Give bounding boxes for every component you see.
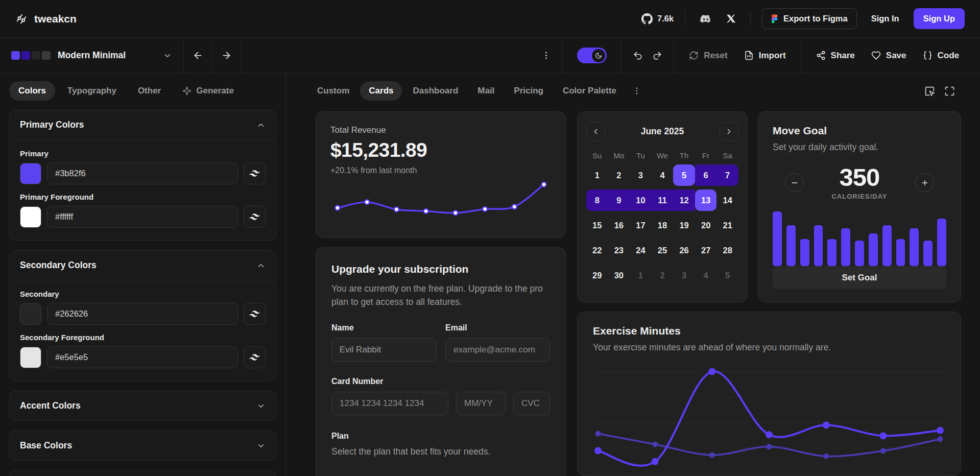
calendar-day[interactable]: 29 xyxy=(586,265,608,286)
sign-up-button[interactable]: Sign Up xyxy=(914,8,965,29)
tailwind-palette-button[interactable] xyxy=(244,303,266,325)
section-header[interactable]: Accent Colors xyxy=(10,391,276,420)
share-button[interactable]: Share xyxy=(809,46,862,65)
calendar-day[interactable]: 8 xyxy=(586,189,608,211)
section-header[interactable]: Primary Colors xyxy=(10,110,276,139)
export-figma-button[interactable]: Export to Figma xyxy=(762,8,857,29)
calendar-day[interactable]: 15 xyxy=(586,215,608,236)
calendar-day[interactable]: 28 xyxy=(716,240,738,261)
previous-theme-button[interactable] xyxy=(184,38,212,73)
preview-tab-pricing[interactable]: Pricing xyxy=(505,81,552,101)
calendar-day[interactable]: 1 xyxy=(586,164,608,186)
x-twitter-link[interactable] xyxy=(723,11,739,27)
save-button[interactable]: Save xyxy=(865,46,913,65)
color-sections-list: Primary ColorsPrimaryPrimary ForegroundS… xyxy=(0,107,285,476)
preview-more-tabs-button[interactable] xyxy=(627,82,647,100)
color-swatch-button[interactable] xyxy=(20,163,41,184)
next-theme-button[interactable] xyxy=(212,38,241,73)
github-stars-link[interactable]: 7.6k xyxy=(641,13,674,25)
increase-goal-button[interactable] xyxy=(915,173,934,192)
card-expiry-field[interactable] xyxy=(456,392,506,415)
tailwind-palette-button[interactable] xyxy=(244,346,266,368)
calendar-day[interactable]: 22 xyxy=(586,240,608,261)
calendar-day[interactable]: 9 xyxy=(608,189,630,211)
calendar-day[interactable]: 11 xyxy=(652,189,674,211)
section-header[interactable]: Base Colors xyxy=(10,431,276,460)
inspect-mode-button[interactable] xyxy=(921,82,939,100)
calendar-day[interactable]: 2 xyxy=(652,265,674,286)
color-hex-input[interactable] xyxy=(47,206,238,228)
fullscreen-button[interactable] xyxy=(941,82,959,100)
calendar-day[interactable]: 14 xyxy=(716,189,738,211)
calendar-day[interactable]: 6 xyxy=(695,164,717,186)
preview-tab-dashboard[interactable]: Dashboard xyxy=(404,81,467,101)
preview-tab-color-palette[interactable]: Color Palette xyxy=(554,81,625,101)
calendar-day[interactable]: 23 xyxy=(608,240,630,261)
calendar-day[interactable]: 12 xyxy=(673,189,695,211)
calendar-day[interactable]: 5 xyxy=(716,265,738,286)
calendar-prev-month-button[interactable] xyxy=(586,122,605,141)
calendar-day[interactable]: 10 xyxy=(630,189,652,211)
calendar-day[interactable]: 4 xyxy=(695,265,717,286)
theme-preset-select[interactable]: Modern Minimal xyxy=(0,38,183,73)
sign-in-button[interactable]: Sign In xyxy=(865,9,905,29)
calendar-day[interactable]: 30 xyxy=(608,265,630,286)
sidebar-tab-other[interactable]: Other xyxy=(129,81,170,101)
figma-icon xyxy=(771,14,778,23)
calendar-day[interactable]: 3 xyxy=(630,164,652,186)
card-number-field[interactable] xyxy=(331,392,448,415)
decrease-goal-button[interactable] xyxy=(785,173,804,192)
calendar-day[interactable]: 1 xyxy=(630,265,652,286)
section-header[interactable]: Card Colors xyxy=(10,471,276,476)
calendar-day[interactable]: 3 xyxy=(673,265,695,286)
calendar-day[interactable]: 20 xyxy=(695,215,717,236)
section-header[interactable]: Secondary Colors xyxy=(10,251,276,280)
color-swatch-button[interactable] xyxy=(20,303,41,325)
calendar-day[interactable]: 2 xyxy=(608,164,630,186)
calendar-day[interactable]: 24 xyxy=(630,240,652,261)
brand-home-link[interactable]: tweakcn xyxy=(15,13,77,25)
calendar-day[interactable]: 18 xyxy=(652,215,674,236)
preview-tab-mail[interactable]: Mail xyxy=(469,81,503,101)
code-button[interactable]: Code xyxy=(916,46,966,65)
color-swatch-button[interactable] xyxy=(20,347,41,368)
set-goal-button[interactable]: Set Goal xyxy=(773,266,946,289)
section-body: SecondarySecondary Foreground xyxy=(10,280,276,380)
color-hex-input[interactable] xyxy=(47,346,238,368)
email-field[interactable] xyxy=(445,338,550,362)
sidebar-tab-typography[interactable]: Typography xyxy=(58,81,126,101)
calendar-day[interactable]: 25 xyxy=(652,240,674,261)
dark-mode-toggle[interactable] xyxy=(577,47,607,63)
sidebar-tab-generate[interactable]: Generate xyxy=(173,81,243,101)
calendar-day[interactable]: 13 xyxy=(695,189,717,211)
more-options-button[interactable] xyxy=(538,47,554,63)
tailwind-palette-button[interactable] xyxy=(244,162,266,184)
color-hex-input[interactable] xyxy=(47,162,238,184)
calendar-day[interactable]: 7 xyxy=(716,164,738,186)
card-cvc-field[interactable] xyxy=(513,392,550,415)
calendar-day[interactable]: 17 xyxy=(630,215,652,236)
discord-link[interactable] xyxy=(697,10,715,28)
preview-tab-cards[interactable]: Cards xyxy=(360,81,402,101)
weekday-label: We xyxy=(652,148,674,163)
name-field[interactable] xyxy=(331,338,436,362)
import-button[interactable]: Import xyxy=(737,46,793,65)
sidebar-tab-colors[interactable]: Colors xyxy=(9,81,55,101)
calendar-day[interactable]: 21 xyxy=(716,215,738,236)
calendar-day[interactable]: 16 xyxy=(608,215,630,236)
top-nav: tweakcn 7.6k xyxy=(0,0,980,38)
color-swatch-button[interactable] xyxy=(20,206,41,228)
reset-button[interactable]: Reset xyxy=(682,46,734,65)
name-field-group: Name xyxy=(331,323,436,362)
tailwind-palette-button[interactable] xyxy=(244,206,266,228)
calendar-day[interactable]: 4 xyxy=(652,164,674,186)
preview-tab-custom[interactable]: Custom xyxy=(308,81,358,101)
redo-button[interactable] xyxy=(649,47,665,64)
color-hex-input[interactable] xyxy=(47,303,238,325)
calendar-day[interactable]: 19 xyxy=(673,215,695,236)
undo-button[interactable] xyxy=(630,47,646,64)
calendar-day[interactable]: 27 xyxy=(695,240,717,261)
calendar-day[interactable]: 5 xyxy=(673,164,695,186)
calendar-day[interactable]: 26 xyxy=(673,240,695,261)
calendar-next-month-button[interactable] xyxy=(720,122,738,141)
